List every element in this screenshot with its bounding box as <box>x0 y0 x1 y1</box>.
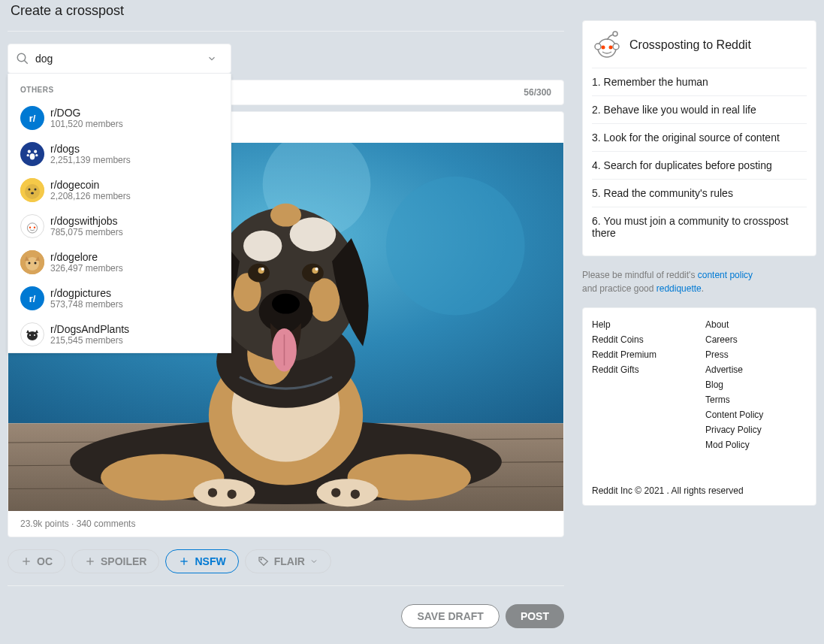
svg-point-24 <box>29 334 31 336</box>
dropdown-section-label: OTHERS <box>8 74 231 100</box>
community-name: r/DOG <box>50 107 123 119</box>
svg-line-1 <box>24 60 28 64</box>
preview-meta: 23.9k points · 340 comments <box>8 511 563 537</box>
community-name: r/dogelore <box>50 251 123 263</box>
footer-col-2: AboutCareersPressAdvertiseBlogTermsConte… <box>705 317 807 452</box>
plus-icon <box>20 555 32 567</box>
svg-point-0 <box>17 53 26 62</box>
chevron-down-icon[interactable] <box>207 53 217 64</box>
community-name: r/DogsAndPlants <box>50 323 129 335</box>
svg-point-74 <box>609 46 613 50</box>
sidebar-title: Crossposting to Reddit <box>629 38 751 52</box>
footer-link[interactable]: Reddit Premium <box>592 347 693 362</box>
svg-point-9 <box>29 189 31 191</box>
svg-marker-23 <box>35 330 38 334</box>
svg-point-52 <box>309 278 340 321</box>
footer-link[interactable]: Blog <box>705 377 807 392</box>
footer-link[interactable]: Advertise <box>705 362 807 377</box>
community-option[interactable]: r/r/DOG101,520 members <box>8 100 231 136</box>
community-members: 326,497 members <box>50 263 123 274</box>
tag-label: NSFW <box>195 555 225 567</box>
svg-point-38 <box>317 479 379 506</box>
community-avatar: r/ <box>20 106 44 130</box>
flair-tag-button[interactable]: FLAIR <box>245 549 331 573</box>
community-members: 215,545 members <box>50 335 129 346</box>
svg-point-12 <box>27 223 37 233</box>
svg-point-2 <box>28 150 31 153</box>
community-option[interactable]: r/dogecoin2,208,126 members <box>8 172 231 208</box>
community-avatar: r/ <box>20 286 44 310</box>
svg-point-40 <box>227 490 236 499</box>
svg-point-20 <box>35 262 37 265</box>
actions-row: SAVE DRAFT POST <box>8 598 564 628</box>
svg-point-28 <box>386 177 525 316</box>
footer-link[interactable]: Press <box>705 347 807 362</box>
chevron-down-icon <box>309 557 318 566</box>
spoiler-tag-button[interactable]: SPOILER <box>71 549 159 573</box>
svg-point-4 <box>27 154 29 156</box>
svg-point-48 <box>243 231 282 262</box>
footer-col-1: HelpReddit CoinsReddit PremiumReddit Gif… <box>592 317 693 452</box>
community-option[interactable]: r/dogs2,251,139 members <box>8 136 231 172</box>
footer-link[interactable]: Mod Policy <box>705 437 807 452</box>
community-name: r/dogs <box>50 143 131 155</box>
footer-link[interactable]: Privacy Policy <box>705 422 807 437</box>
community-members: 785,075 members <box>50 227 123 237</box>
community-option[interactable]: r/dogelore326,497 members <box>8 244 231 280</box>
community-avatar <box>20 142 44 166</box>
community-selector[interactable]: OTHERS r/r/DOG101,520 membersr/dogs2,251… <box>8 44 231 74</box>
plus-icon <box>84 555 96 567</box>
svg-point-50 <box>270 204 301 227</box>
tag-label: SPOILER <box>101 555 146 567</box>
svg-point-19 <box>29 262 31 265</box>
community-avatar <box>20 322 44 346</box>
reddiquette-link[interactable]: reddiquette <box>656 283 702 294</box>
svg-point-3 <box>34 150 37 153</box>
post-tags-row: OC SPOILER NSFW FLAIR <box>8 549 564 586</box>
rule-item: Remember the human <box>592 68 807 95</box>
svg-point-53 <box>248 264 270 283</box>
community-name: r/dogpictures <box>50 287 123 299</box>
search-icon <box>16 52 29 65</box>
rule-item: Read the community's rules <box>592 179 807 207</box>
footer-link[interactable]: Terms <box>705 392 807 407</box>
svg-point-54 <box>302 264 324 283</box>
community-option[interactable]: r/DogsAndPlants215,545 members <box>8 316 231 352</box>
svg-point-42 <box>351 490 360 499</box>
svg-point-72 <box>613 44 619 50</box>
post-button[interactable]: POST <box>506 604 564 628</box>
community-dropdown: OTHERS r/r/DOG101,520 membersr/dogs2,251… <box>8 74 231 353</box>
footer-card: HelpReddit CoinsReddit PremiumReddit Gif… <box>582 307 816 506</box>
svg-point-6 <box>30 153 35 159</box>
community-option[interactable]: r/r/dogpictures573,748 members <box>8 280 231 316</box>
svg-point-41 <box>331 488 340 497</box>
svg-point-60 <box>272 294 300 314</box>
svg-point-13 <box>29 227 31 228</box>
tag-label: FLAIR <box>274 555 305 567</box>
footer-link[interactable]: Reddit Coins <box>592 332 693 347</box>
page-title: Create a crosspost <box>8 0 564 32</box>
community-option[interactable]: r/dogswithjobs785,075 members <box>8 208 231 244</box>
footer-link[interactable]: Reddit Gifts <box>592 362 693 377</box>
tag-label: OC <box>37 555 53 567</box>
community-avatar <box>20 178 44 202</box>
content-policy-link[interactable]: content policy <box>698 270 753 280</box>
rule-item: You must join a community to crosspost t… <box>592 207 807 246</box>
footer-link[interactable]: Help <box>592 317 693 332</box>
footer-link[interactable]: Content Policy <box>705 407 807 422</box>
svg-point-25 <box>34 334 35 336</box>
policy-note: Please be mindful of reddit's content po… <box>582 268 816 295</box>
svg-marker-22 <box>26 330 30 334</box>
svg-point-39 <box>208 488 217 497</box>
copyright: Reddit Inc © 2021 . All rights reserved <box>592 476 807 496</box>
community-search-input[interactable] <box>35 53 207 65</box>
oc-tag-button[interactable]: OC <box>8 549 65 573</box>
save-draft-button[interactable]: SAVE DRAFT <box>401 604 499 628</box>
community-avatar <box>20 214 44 238</box>
footer-link[interactable]: About <box>705 317 807 332</box>
footer-link[interactable]: Careers <box>705 332 807 347</box>
svg-point-8 <box>25 184 40 199</box>
tag-icon <box>258 555 270 567</box>
svg-point-57 <box>261 268 264 271</box>
nsfw-tag-button[interactable]: NSFW <box>165 549 238 573</box>
